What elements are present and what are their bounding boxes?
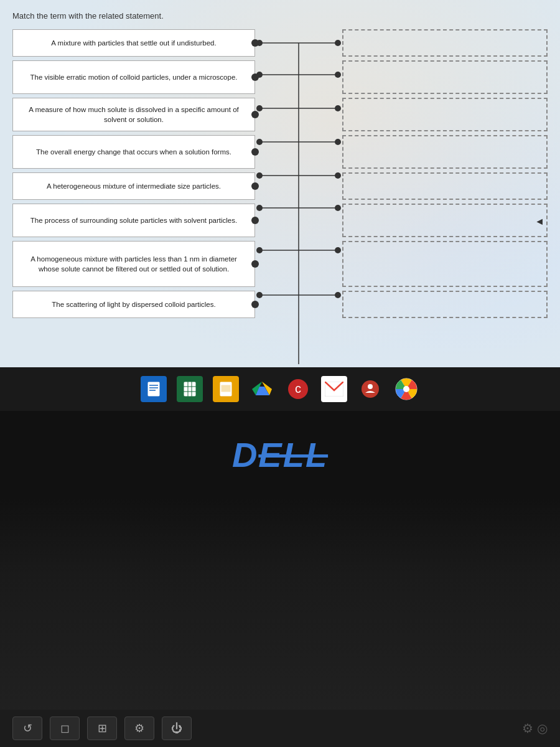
- svg-rect-37: [184, 382, 196, 397]
- answer-box-6[interactable]: [342, 204, 548, 237]
- window-button[interactable]: ◻: [50, 716, 80, 740]
- answer-box-5[interactable]: [342, 172, 548, 200]
- scroll-arrow[interactable]: ◄: [534, 216, 544, 227]
- app-taskbar: c: [0, 367, 560, 411]
- statement-6[interactable]: The process of surrounding solute partic…: [12, 204, 255, 237]
- dot-right-5: [251, 182, 259, 190]
- answer-box-4[interactable]: [342, 135, 548, 169]
- statement-5[interactable]: A heterogeneous mixture of intermediate …: [12, 172, 255, 200]
- back-button[interactable]: ↺: [12, 716, 42, 740]
- svg-point-23: [256, 205, 263, 211]
- answer-box-1[interactable]: [342, 29, 548, 57]
- dot-right-2: [251, 73, 259, 81]
- svg-point-15: [256, 139, 263, 145]
- statement-2[interactable]: The visible erratic motion of colloid pa…: [12, 60, 255, 94]
- connector-area: [255, 29, 342, 380]
- svg-point-20: [335, 172, 341, 179]
- svg-point-16: [335, 139, 341, 145]
- bottom-taskbar: ↺ ◻ ⊞ ⚙ ⏻ ⚙ ◎: [0, 710, 560, 747]
- svg-point-27: [256, 247, 263, 253]
- chrome-icon[interactable]: [393, 376, 419, 402]
- slides-icon[interactable]: [213, 376, 239, 402]
- dot-right-6: [251, 217, 259, 224]
- settings-button[interactable]: ⚙: [124, 716, 154, 740]
- matching-wrapper: A mixture with particles that settle out…: [12, 29, 548, 380]
- answer-box-8[interactable]: [342, 291, 548, 318]
- svg-point-8: [335, 72, 341, 78]
- bottom-taskbar-left: ↺ ◻ ⊞ ⚙ ⏻: [12, 716, 192, 740]
- statements-column: A mixture with particles that settle out…: [12, 29, 255, 318]
- svg-rect-43: [222, 385, 230, 392]
- svg-point-32: [335, 292, 341, 298]
- dot-right-7: [251, 260, 259, 268]
- answer-box-2[interactable]: [342, 60, 548, 94]
- svg-rect-33: [147, 382, 160, 397]
- svg-point-24: [335, 205, 341, 211]
- power-button[interactable]: ⏻: [162, 716, 192, 740]
- apps-button[interactable]: ⊞: [87, 716, 117, 740]
- statement-7[interactable]: A homogeneous mixture with particles les…: [12, 241, 255, 287]
- svg-point-31: [256, 292, 263, 298]
- answer-box-7[interactable]: [342, 241, 548, 287]
- google-drive-icon[interactable]: [249, 376, 275, 402]
- statement-8[interactable]: The scattering of light by dispersed col…: [12, 291, 255, 318]
- svg-point-11: [256, 105, 263, 111]
- answer-box-3[interactable]: [342, 98, 548, 131]
- statement-3[interactable]: A measure of how much solute is dissolve…: [12, 98, 255, 131]
- svg-point-28: [335, 247, 341, 253]
- sheets-icon[interactable]: [177, 376, 203, 402]
- statement-1[interactable]: A mixture with particles that settle out…: [12, 29, 255, 57]
- svg-point-12: [335, 105, 341, 111]
- notifications-icon[interactable]: [357, 376, 383, 402]
- docs-icon[interactable]: [141, 376, 167, 402]
- classroom-icon[interactable]: c: [285, 376, 311, 402]
- quiz-area: Match the term with the related statemen…: [0, 0, 560, 398]
- svg-point-19: [256, 172, 263, 179]
- svg-point-56: [403, 386, 409, 392]
- connector-svg: [255, 29, 342, 378]
- svg-point-4: [335, 40, 341, 46]
- dot-right-8: [251, 301, 259, 308]
- taskbar-right-area: ⚙ ◎: [522, 721, 548, 736]
- statement-4[interactable]: The overall energy change that occurs wh…: [12, 135, 255, 169]
- dell-area: DELL: [0, 411, 560, 498]
- instructions: Match the term with the related statemen…: [12, 11, 548, 21]
- answers-column: [342, 29, 548, 318]
- dot-right-4: [251, 148, 259, 156]
- svg-text:c: c: [295, 382, 301, 395]
- gmail-icon[interactable]: [321, 376, 347, 402]
- dot-right-3: [251, 111, 259, 118]
- dot-right-1: [251, 39, 259, 47]
- dell-logo: DELL: [232, 435, 328, 475]
- svg-point-52: [368, 384, 373, 389]
